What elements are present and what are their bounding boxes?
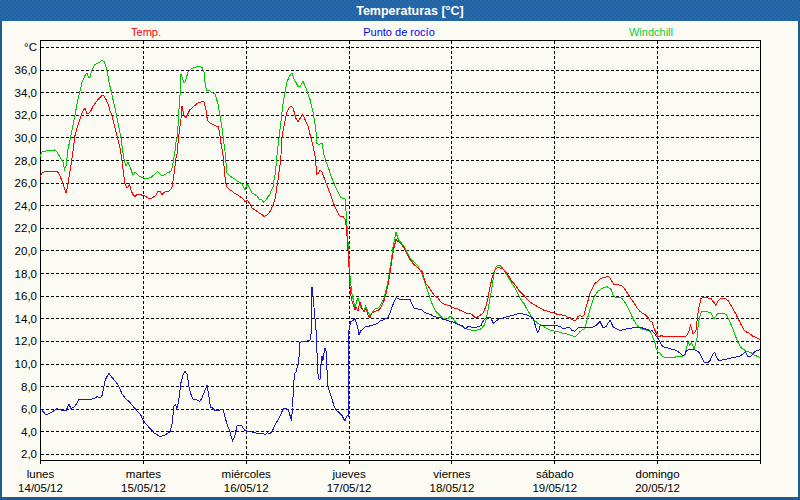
svg-text:Temp.: Temp. [131,26,161,38]
svg-text:15/05/12: 15/05/12 [121,482,166,494]
svg-text:6,0: 6,0 [21,403,37,415]
svg-text:14/05/12: 14/05/12 [18,482,63,494]
svg-text:18/05/12: 18/05/12 [430,482,475,494]
svg-text:8,0: 8,0 [21,381,37,393]
svg-text:4,0: 4,0 [21,426,37,438]
svg-text:viernes: viernes [433,468,470,480]
svg-text:miércoles: miércoles [222,468,271,480]
svg-text:12,0: 12,0 [15,335,37,347]
svg-text:30,0: 30,0 [15,132,37,144]
svg-text:jueves: jueves [331,468,365,480]
svg-text:lunes: lunes [27,468,55,480]
svg-text:19/05/12: 19/05/12 [532,482,577,494]
svg-text:17/05/12: 17/05/12 [327,482,372,494]
svg-text:26,0: 26,0 [15,177,37,189]
svg-text:2,0: 2,0 [21,448,37,460]
svg-text:14,0: 14,0 [15,313,37,325]
svg-text:10,0: 10,0 [15,358,37,370]
svg-text:Windchill: Windchill [629,26,673,38]
svg-text:32,0: 32,0 [15,109,37,121]
svg-text:°C: °C [24,41,37,53]
svg-text:20/05/12: 20/05/12 [635,482,680,494]
svg-text:18,0: 18,0 [15,268,37,280]
svg-text:16,0: 16,0 [15,290,37,302]
svg-text:sábado: sábado [536,468,574,480]
svg-text:domingo: domingo [636,468,680,480]
svg-text:22,0: 22,0 [15,222,37,234]
svg-text:24,0: 24,0 [15,200,37,212]
svg-text:28,0: 28,0 [15,155,37,167]
svg-text:34,0: 34,0 [15,87,37,99]
svg-text:martes: martes [126,468,161,480]
svg-text:20,0: 20,0 [15,245,37,257]
svg-text:Temperaturas [°C]: Temperaturas [°C] [356,4,464,18]
svg-text:16/05/12: 16/05/12 [224,482,269,494]
svg-text:Punto de rocío: Punto de rocío [363,26,435,38]
svg-text:36,0: 36,0 [15,64,37,76]
